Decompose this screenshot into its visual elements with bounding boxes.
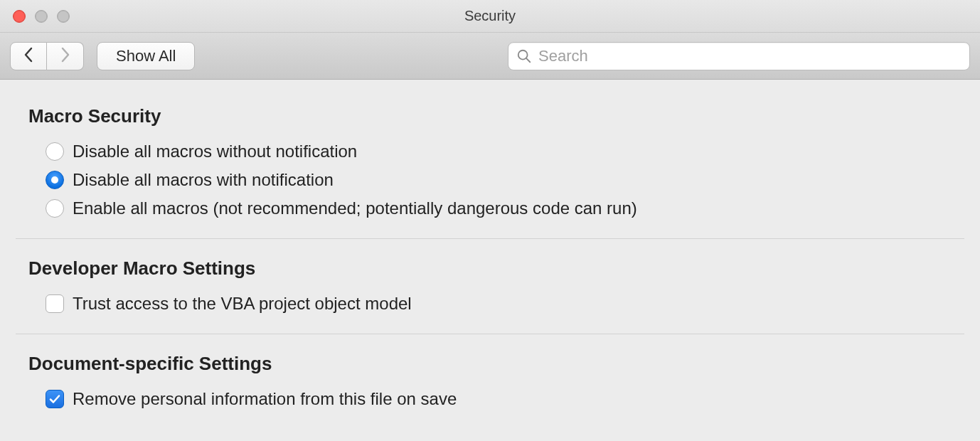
titlebar: Security bbox=[0, 0, 980, 33]
minimize-window-button[interactable] bbox=[35, 10, 48, 23]
macro-option-disable-with-notify[interactable]: Disable all macros with notification bbox=[16, 166, 964, 194]
option-label: Enable all macros (not recommended; pote… bbox=[73, 198, 637, 218]
radio-button[interactable] bbox=[46, 142, 64, 161]
close-window-button[interactable] bbox=[13, 10, 26, 23]
trust-vba-option[interactable]: Trust access to the VBA project object m… bbox=[16, 289, 964, 318]
search-icon bbox=[516, 48, 532, 64]
content-area: Macro Security Disable all macros withou… bbox=[0, 80, 980, 413]
nav-group bbox=[10, 42, 84, 70]
show-all-label: Show All bbox=[116, 47, 176, 65]
checkbox[interactable] bbox=[46, 390, 64, 408]
window-controls bbox=[0, 10, 70, 23]
radio-button[interactable] bbox=[46, 199, 64, 218]
macro-security-section: Macro Security Disable all macros withou… bbox=[16, 105, 964, 223]
macro-security-title: Macro Security bbox=[16, 105, 964, 127]
chevron-left-icon bbox=[23, 47, 33, 65]
option-label: Remove personal information from this fi… bbox=[73, 389, 457, 409]
remove-personal-info-option[interactable]: Remove personal information from this fi… bbox=[16, 385, 964, 413]
divider bbox=[16, 334, 964, 334]
macro-option-enable-all[interactable]: Enable all macros (not recommended; pote… bbox=[16, 194, 964, 223]
checkmark-icon bbox=[48, 393, 61, 405]
chevron-right-icon bbox=[60, 47, 70, 65]
developer-macro-section: Developer Macro Settings Trust access to… bbox=[16, 257, 964, 318]
back-button[interactable] bbox=[10, 42, 47, 70]
checkbox[interactable] bbox=[46, 294, 64, 313]
document-specific-section: Document-specific Settings Remove person… bbox=[16, 353, 964, 413]
maximize-window-button[interactable] bbox=[57, 10, 70, 23]
search-input[interactable] bbox=[508, 42, 970, 70]
divider bbox=[16, 238, 964, 239]
search-field-wrap bbox=[508, 42, 970, 70]
forward-button[interactable] bbox=[47, 42, 84, 70]
svg-line-1 bbox=[526, 58, 530, 62]
document-specific-title: Document-specific Settings bbox=[16, 353, 964, 375]
show-all-button[interactable]: Show All bbox=[97, 42, 195, 70]
developer-macro-title: Developer Macro Settings bbox=[16, 257, 964, 280]
radio-button[interactable] bbox=[46, 171, 64, 189]
option-label: Trust access to the VBA project object m… bbox=[73, 294, 412, 314]
toolbar: Show All bbox=[0, 33, 980, 80]
option-label: Disable all macros without notification bbox=[73, 142, 357, 161]
option-label: Disable all macros with notification bbox=[73, 170, 334, 190]
macro-option-disable-no-notify[interactable]: Disable all macros without notification bbox=[16, 137, 964, 166]
window-title: Security bbox=[0, 8, 980, 24]
